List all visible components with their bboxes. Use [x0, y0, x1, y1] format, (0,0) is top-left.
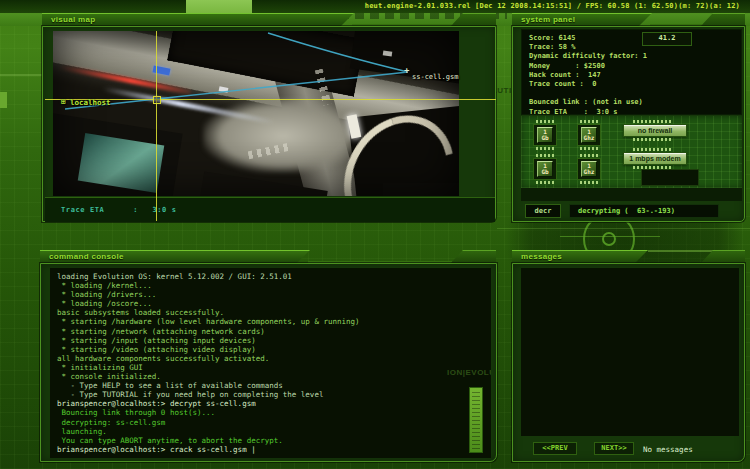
decrypt-status: decrypting ( 63-.-193)	[569, 204, 719, 218]
bg-left-chip	[0, 92, 7, 108]
gauge-value: 41.2	[642, 32, 692, 46]
trace-eta-bar: Trace ETA : 3:0 s	[45, 197, 495, 222]
ram-chip: 1 Gb	[533, 158, 557, 180]
prev-message-button[interactable]: <<PREV	[533, 442, 577, 455]
stat-line: Money : $2500	[529, 62, 647, 71]
messages-title: messages	[512, 250, 648, 263]
trace-route-line	[53, 31, 459, 196]
chip-pins	[580, 154, 598, 157]
host-icon: ⊞	[61, 97, 66, 106]
chip-pins	[580, 147, 598, 150]
empty-slot	[641, 169, 699, 186]
console-lines: loading Evolution OS: kernel 5.12.002 / …	[57, 272, 360, 454]
messages-panel: <<PREV NEXT>> No messages	[512, 263, 745, 462]
console-line: * starting /input (attaching input devic…	[57, 336, 360, 345]
ram-chip-label: 1 Gb	[537, 161, 553, 177]
chip-pins	[536, 120, 554, 123]
console-line: You can type ABORT anytime, to abort the…	[57, 436, 360, 445]
visual-map-title: visual map	[42, 13, 354, 26]
system-panel-title: system panel	[512, 13, 652, 26]
console-line: all hardware components successfully act…	[57, 354, 360, 363]
system-panel: Score: 6145Trace: 58 %Dynamic difficulty…	[512, 26, 745, 222]
crosshair-center-box	[153, 96, 161, 104]
chip-pins	[536, 181, 554, 184]
firewall-device: no firewall	[623, 124, 687, 137]
console-line: - Type HELP to see a list of available c…	[57, 381, 360, 390]
console-line: basic subsystems loaded successfully.	[57, 308, 360, 317]
console-line: launching.	[57, 427, 360, 436]
console-line: - Type TUTORIAL if you need help on comp…	[57, 390, 360, 399]
target-node-label: ss-cell.gsm	[412, 73, 458, 81]
chip-pins	[580, 120, 598, 123]
device-pins	[633, 120, 673, 123]
console-line: * initializing GUI	[57, 363, 360, 372]
command-console-panel: loading Evolution OS: kernel 5.12.002 / …	[40, 263, 497, 462]
console-line: Bouncing link through 0 host(s)...	[57, 408, 360, 417]
stat-line	[529, 89, 647, 98]
console-watermark: ION|EVOLUTION	[447, 368, 491, 377]
console-title-cap	[450, 250, 496, 264]
stat-line: Trace count : 0	[529, 80, 647, 89]
messages-status: No messages	[643, 445, 693, 454]
cpu-chip-label: 1 Ghz	[581, 161, 597, 177]
bg-line-mid	[497, 228, 750, 229]
console-scrollbar-thumb[interactable]	[469, 387, 483, 453]
console-line: loading Evolution OS: kernel 5.12.002 / …	[57, 272, 360, 281]
chip-pins	[580, 181, 598, 184]
cpu-chip-label: 1 Ghz	[581, 127, 597, 143]
stat-line: Score: 6145	[529, 34, 647, 43]
console-line: * loading /drivers...	[57, 290, 360, 299]
engine-status-bar: heut.engine-2.01.033.rel [Dec 12 2008.14…	[0, 0, 750, 13]
next-message-button[interactable]: NEXT>>	[594, 442, 634, 455]
device-pins	[633, 148, 673, 151]
ram-chip-label: 1 Gb	[537, 127, 553, 143]
host-node-label: localhost	[70, 98, 111, 107]
hardware-board: 1 Gb 1 Ghz 1 Gb 1 Ghz no firewall 1 mbps	[521, 116, 742, 188]
crosshair-vertical-line	[156, 31, 157, 221]
console-line: * loading /oscore...	[57, 299, 360, 308]
chip-pins	[536, 154, 554, 157]
system-stats-box: Score: 6145Trace: 58 %Dynamic difficulty…	[521, 29, 742, 115]
crosshair-horizontal-line	[45, 99, 496, 100]
game-screen: ION|EVOLUTION heut.engine-2.01.033.rel […	[0, 0, 750, 469]
console-line: decrypting: ss-cell.gsm	[57, 418, 360, 427]
console-line: * console initialized.	[57, 372, 360, 381]
console-line: brianspencer@localhost:> decrypt ss-cell…	[57, 399, 360, 408]
stats-list: Score: 6145Trace: 58 %Dynamic difficulty…	[529, 34, 647, 117]
ram-chip: 1 Gb	[533, 124, 557, 146]
console-line: brianspencer@localhost:> crack ss-cell.g…	[57, 445, 360, 454]
console-title: command console	[40, 250, 310, 263]
stat-line: Hack count : 147	[529, 71, 647, 80]
target-marker: +	[404, 65, 409, 75]
decrypt-button[interactable]: decr	[525, 204, 561, 218]
device-pins	[633, 138, 673, 141]
stat-line: Dynamic difficulty factor: 1	[529, 52, 647, 61]
console-line: * starting /video (attaching video displ…	[57, 345, 360, 354]
hud-crossline	[560, 236, 660, 237]
modem-device: 1 mbps modem	[623, 152, 687, 165]
messages-list-area	[521, 268, 739, 436]
trace-eta-text: Trace ETA : 3:0 s	[61, 206, 177, 214]
console-output-area[interactable]: loading Evolution OS: kernel 5.12.002 / …	[50, 268, 491, 458]
stat-line: Trace: 58 %	[529, 43, 647, 52]
stat-line: Bounced link : (not in use)	[529, 98, 647, 107]
visual-map-panel: + ss-cell.gsm ⊞ localhost Trace ETA : 3:…	[42, 26, 496, 222]
bg-line-left	[0, 74, 42, 76]
cpu-chip: 1 Ghz	[577, 124, 601, 146]
cpu-chip: 1 Ghz	[577, 158, 601, 180]
hardware-divider-bar	[521, 188, 742, 201]
console-line: * starting /hardware (low level hardware…	[57, 317, 360, 326]
chip-pins	[536, 147, 554, 150]
console-line: * loading /kernel...	[57, 281, 360, 290]
console-line: * starting /network (attaching network c…	[57, 327, 360, 336]
